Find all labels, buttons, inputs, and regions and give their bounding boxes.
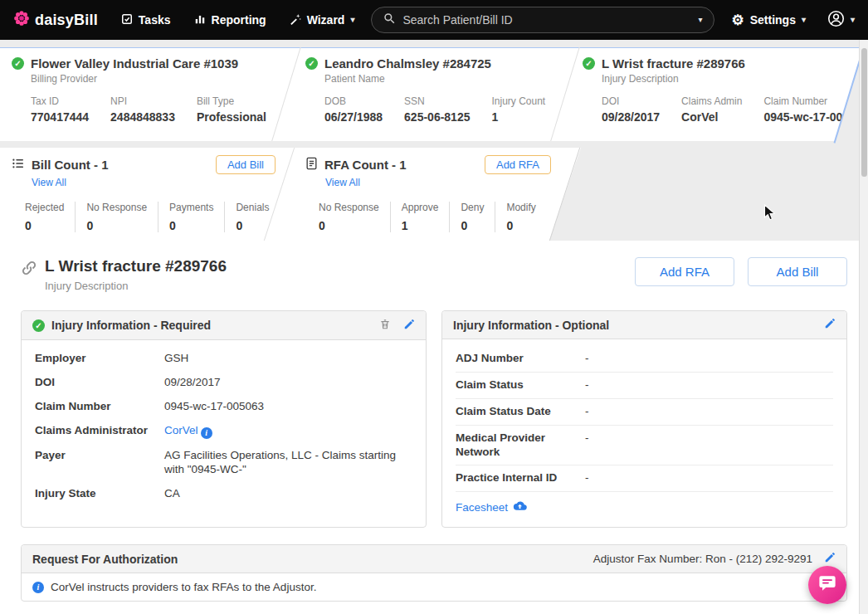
chevron-down-icon: ▾ bbox=[851, 16, 855, 24]
pencil-icon[interactable] bbox=[824, 552, 836, 566]
claims-administrator-link[interactable]: CorVel bbox=[164, 424, 198, 436]
row-label: Employer bbox=[35, 352, 164, 366]
bill-count-title: Bill Count - 1 bbox=[32, 158, 109, 172]
field-label: Bill Type bbox=[197, 95, 266, 107]
stat-label: Denials bbox=[236, 202, 269, 213]
check-circle-icon: ✓ bbox=[305, 57, 318, 70]
add-bill-button-large[interactable]: Add Bill bbox=[748, 257, 847, 286]
search-icon bbox=[383, 12, 395, 27]
row-value: 0945-wc-17-005063 bbox=[164, 400, 264, 414]
row-label: Medical Provider Network bbox=[456, 431, 585, 460]
patient-subtitle: Patient Name bbox=[324, 73, 564, 85]
fax-value: Ron - (212) 292-9291 bbox=[705, 553, 812, 565]
nav-tasks[interactable]: Tasks bbox=[121, 13, 171, 27]
cloud-upload-icon bbox=[513, 500, 527, 514]
page-title: L Wrist fracture #289766 bbox=[45, 257, 227, 275]
field-label: Claim Number bbox=[763, 95, 868, 107]
claim-detail-main: L Wrist fracture #289766 Injury Descript… bbox=[0, 241, 868, 614]
rfa-view-all-link[interactable]: View All bbox=[325, 177, 360, 188]
stat-label: Modify bbox=[506, 202, 535, 213]
billing-provider-title: Flower Valley Industrial Care #1039 bbox=[31, 56, 238, 71]
check-circle-icon: ✓ bbox=[583, 57, 595, 70]
info-icon: i bbox=[32, 582, 44, 593]
nav-settings-label: Settings bbox=[750, 13, 796, 27]
nav-reporting[interactable]: Reporting bbox=[194, 13, 266, 27]
stat-label: Rejected bbox=[25, 202, 64, 213]
row-value: CA bbox=[164, 487, 180, 501]
counts-strip: Bill Count - 1 Add Bill View All Rejecte… bbox=[0, 148, 868, 241]
claim-card-patient[interactable]: ✓ Leandro Chalmsley #284725 Patient Name… bbox=[305, 56, 564, 124]
bill-list-icon bbox=[12, 157, 25, 173]
field-label: Injury Count bbox=[491, 95, 545, 107]
rfa-instruction-note: CorVel instructs providers to fax RFAs t… bbox=[51, 581, 316, 593]
field-label: SSN bbox=[404, 95, 470, 107]
user-icon bbox=[827, 10, 845, 30]
stat-value: 0 bbox=[236, 219, 269, 232]
fax-label: Adjustor Fax Number: bbox=[593, 553, 702, 565]
page-scrollbar[interactable] bbox=[859, 40, 868, 614]
pencil-icon[interactable] bbox=[403, 319, 415, 333]
bill-count-panel: Bill Count - 1 Add Bill View All Rejecte… bbox=[12, 155, 276, 232]
injury-subtitle: Injury Description bbox=[602, 73, 856, 85]
row-label: Claim Status bbox=[456, 378, 585, 392]
stat-value: 0 bbox=[25, 219, 64, 232]
row-value: - bbox=[585, 405, 589, 419]
bar-chart-icon bbox=[194, 13, 206, 27]
add-rfa-button[interactable]: Add RFA bbox=[485, 155, 551, 174]
tasks-icon bbox=[121, 13, 133, 27]
rfa-count-title: RFA Count - 1 bbox=[324, 158, 407, 172]
daisy-flower-icon bbox=[13, 10, 30, 30]
row-value: - bbox=[585, 431, 589, 460]
field-label: Tax ID bbox=[31, 95, 89, 107]
chevron-down-icon: ▾ bbox=[698, 16, 702, 24]
injury-title: L Wrist fracture #289766 bbox=[602, 56, 745, 71]
stat-value: 0 bbox=[169, 219, 213, 232]
nav-wizard[interactable]: Wizard ▾ bbox=[290, 13, 355, 27]
field-label: DOB bbox=[324, 95, 383, 107]
rfa-document-icon bbox=[305, 157, 318, 173]
required-card-title: Injury Information - Required bbox=[51, 319, 211, 332]
check-circle-icon: ✓ bbox=[12, 57, 24, 70]
field-label: Claims Admin bbox=[681, 95, 742, 107]
info-icon[interactable]: i bbox=[201, 427, 212, 439]
check-circle-icon: ✓ bbox=[32, 319, 45, 332]
stat-value: 0 bbox=[86, 219, 147, 232]
claim-card-injury[interactable]: ✓ L Wrist fracture #289766 Injury Descri… bbox=[583, 56, 856, 124]
bill-view-all-link[interactable]: View All bbox=[32, 177, 66, 188]
nav-tasks-label: Tasks bbox=[139, 13, 171, 27]
row-value: AG Facilities Operations, LLC - Claims s… bbox=[164, 449, 412, 477]
chevron-down-icon: ▾ bbox=[802, 16, 806, 24]
billing-provider-subtitle: Billing Provider bbox=[31, 73, 285, 85]
nav-settings[interactable]: ⚙ Settings ▾ bbox=[731, 13, 806, 27]
field-value: 0945-wc-17-005063 bbox=[763, 110, 868, 124]
link-chain-icon bbox=[21, 260, 37, 280]
nav-account[interactable]: ▾ bbox=[827, 10, 855, 30]
scrollbar-thumb[interactable] bbox=[861, 48, 867, 177]
field-value: Professional bbox=[197, 110, 266, 124]
stat-value: 0 bbox=[319, 219, 379, 232]
row-label: Claims Administrator bbox=[35, 424, 164, 439]
chat-launcher-button[interactable] bbox=[808, 566, 846, 604]
brand-logo[interactable]: daisyBill bbox=[13, 10, 98, 30]
stat-label: Deny bbox=[461, 202, 484, 213]
row-label: Claim Number bbox=[35, 400, 164, 414]
field-label: NPI bbox=[110, 95, 175, 107]
add-rfa-button-large[interactable]: Add RFA bbox=[635, 257, 734, 286]
pencil-icon[interactable] bbox=[824, 318, 836, 332]
injury-info-optional-card: Injury Information - Optional ADJ Number… bbox=[441, 310, 847, 528]
field-value: 06/27/1988 bbox=[324, 110, 383, 124]
field-value: 625-06-8125 bbox=[404, 110, 470, 124]
search-bar[interactable]: ▾ bbox=[371, 7, 714, 33]
chevron-down-icon: ▾ bbox=[350, 16, 354, 24]
trash-icon[interactable] bbox=[379, 318, 391, 333]
add-bill-button[interactable]: Add Bill bbox=[216, 155, 276, 174]
page-subtitle: Injury Description bbox=[45, 280, 227, 292]
nav-reporting-label: Reporting bbox=[212, 13, 266, 27]
search-input[interactable] bbox=[402, 13, 690, 27]
row-label: DOI bbox=[35, 376, 164, 390]
row-label: ADJ Number bbox=[456, 352, 585, 366]
claim-card-billing-provider[interactable]: ✓ Flower Valley Industrial Care #1039 Bi… bbox=[12, 56, 285, 124]
facesheet-link[interactable]: Facesheet bbox=[456, 501, 508, 514]
injury-info-required-card: ✓ Injury Information - Required Employer… bbox=[21, 310, 427, 528]
row-value: - bbox=[585, 352, 589, 366]
